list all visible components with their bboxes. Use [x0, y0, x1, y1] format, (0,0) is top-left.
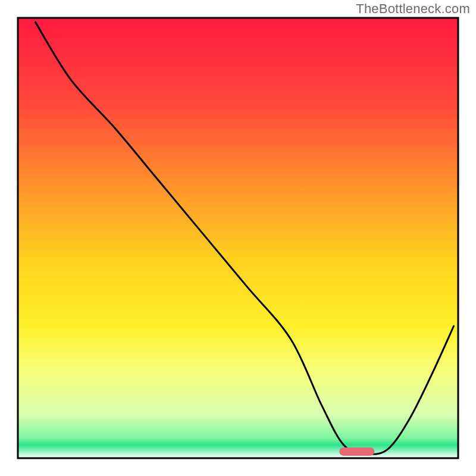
chart-svg — [0, 0, 476, 476]
chart-stage: TheBottleneck.com — [0, 0, 476, 476]
highlight-marker — [339, 447, 374, 456]
plot-background — [18, 18, 458, 458]
